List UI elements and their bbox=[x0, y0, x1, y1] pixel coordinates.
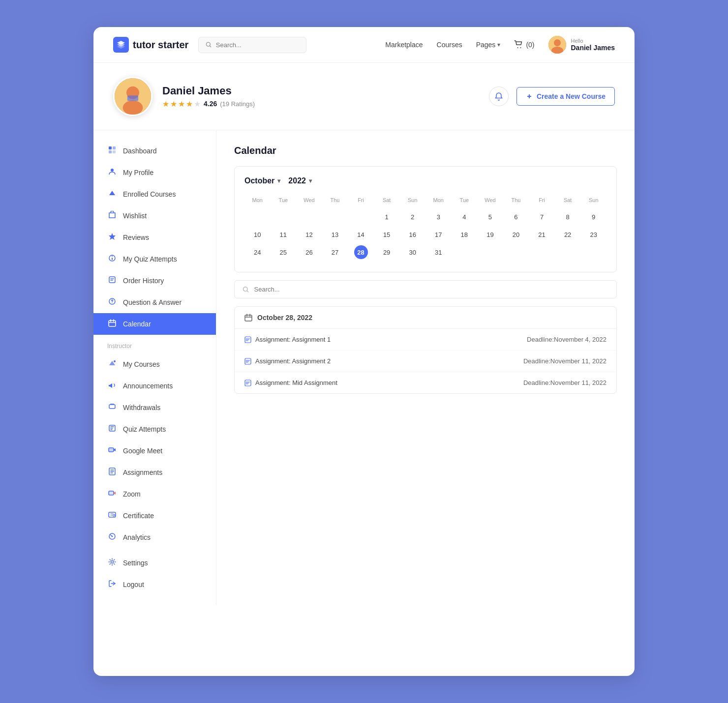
event-deadline-1: Deadline:November 11, 2022 bbox=[523, 357, 607, 365]
sidebar-item-quiz-attempts[interactable]: My Quiz Attempts bbox=[93, 248, 216, 270]
logo[interactable]: tutor starter bbox=[113, 37, 188, 53]
cal-day-4[interactable]: 4 bbox=[457, 210, 471, 224]
sidebar-item-settings[interactable]: Settings bbox=[93, 552, 216, 574]
sidebar-item-assignments[interactable]: Assignments bbox=[93, 462, 216, 483]
cal-day-29[interactable]: 29 bbox=[380, 245, 394, 259]
rating-row: ★ ★ ★ ★ ★ 4.26 (19 Ratings) bbox=[162, 99, 479, 109]
announcements-icon bbox=[107, 381, 117, 391]
cal-day-9[interactable]: 9 bbox=[587, 210, 601, 224]
cal-day-15[interactable]: 15 bbox=[380, 228, 394, 241]
svg-rect-16 bbox=[113, 150, 116, 153]
sidebar-item-announcements[interactable]: Announcements bbox=[93, 375, 216, 397]
day-header-10: Thu bbox=[503, 195, 529, 205]
svg-rect-12 bbox=[529, 94, 530, 98]
sidebar-item-wishlist[interactable]: Wishlist bbox=[93, 205, 216, 227]
calendar-title: Calendar bbox=[234, 145, 617, 156]
sidebar-label-google-meet: Google Meet bbox=[123, 447, 162, 455]
cal-day-21[interactable]: 21 bbox=[535, 228, 549, 241]
sidebar-item-google-meet[interactable]: Google Meet bbox=[93, 440, 216, 462]
search-icon bbox=[206, 41, 212, 48]
certificate-icon bbox=[107, 511, 117, 521]
cal-day-28-today[interactable]: 28 bbox=[354, 245, 368, 259]
content-area: Calendar October ▾ 2022 ▾ Mon Tue bbox=[216, 130, 635, 605]
event-row-1[interactable]: Assignment: Assignment 2 Deadline:Novemb… bbox=[235, 351, 616, 372]
stars: ★ ★ ★ ★ ★ bbox=[162, 99, 201, 109]
search-input[interactable] bbox=[216, 41, 300, 49]
svg-rect-29 bbox=[109, 448, 114, 452]
cal-day-1[interactable]: 1 bbox=[380, 210, 394, 224]
sidebar-item-reviews[interactable]: Reviews bbox=[93, 227, 216, 248]
nav-marketplace[interactable]: Marketplace bbox=[385, 41, 423, 49]
cal-day-8[interactable]: 8 bbox=[561, 210, 575, 224]
notification-bell-button[interactable] bbox=[489, 87, 509, 106]
event-row-0[interactable]: Assignment: Assignment 1 Deadline:Novemb… bbox=[235, 329, 616, 351]
cal-day-6[interactable]: 6 bbox=[509, 210, 523, 224]
cal-day-25[interactable]: 25 bbox=[276, 245, 290, 259]
cal-day-12[interactable]: 12 bbox=[302, 228, 316, 241]
cal-day-19[interactable]: 19 bbox=[483, 228, 497, 241]
svg-rect-21 bbox=[112, 258, 113, 260]
sidebar-label-quiz-attempts: Quiz Attempts bbox=[123, 425, 166, 433]
logo-icon bbox=[113, 37, 129, 53]
create-course-button[interactable]: Create a New Course bbox=[516, 87, 615, 106]
cal-day-10[interactable]: 10 bbox=[250, 228, 264, 241]
cal-day-24[interactable]: 24 bbox=[250, 245, 264, 259]
sidebar-item-dashboard[interactable]: Dashboard bbox=[93, 140, 216, 162]
cal-day-27[interactable]: 27 bbox=[328, 245, 342, 259]
cal-day-7[interactable]: 7 bbox=[535, 210, 549, 224]
event-row-2[interactable]: Assignment: Mid Assignment Deadline:Nove… bbox=[235, 372, 616, 393]
events-search-input[interactable] bbox=[254, 286, 608, 293]
cal-cell-empty bbox=[509, 245, 523, 259]
nav-courses[interactable]: Courses bbox=[437, 41, 462, 49]
month-chevron-icon: ▾ bbox=[277, 177, 280, 184]
sidebar-item-analytics[interactable]: Analytics bbox=[93, 527, 216, 548]
sidebar-item-order-history[interactable]: Order History bbox=[93, 270, 216, 292]
header-search[interactable] bbox=[198, 37, 306, 53]
events-search[interactable] bbox=[234, 280, 617, 298]
cal-day-3[interactable]: 3 bbox=[431, 210, 445, 224]
sidebar-item-profile[interactable]: My Profile bbox=[93, 162, 216, 183]
cal-day-23[interactable]: 23 bbox=[587, 228, 601, 241]
sidebar-item-certificate[interactable]: Certificate bbox=[93, 505, 216, 527]
day-header-1: Tue bbox=[271, 195, 297, 205]
svg-point-38 bbox=[111, 561, 114, 563]
cal-day-22[interactable]: 22 bbox=[561, 228, 575, 241]
cal-cell-empty bbox=[483, 245, 497, 259]
cal-day-26[interactable]: 26 bbox=[302, 245, 316, 259]
cal-cell-empty bbox=[457, 245, 471, 259]
sidebar-item-zoom[interactable]: Zoom bbox=[93, 483, 216, 505]
calendar-day-headers: Mon Tue Wed Thu Fri Sat Sun Mon Tue Wed … bbox=[244, 195, 607, 205]
year-selector[interactable]: 2022 ▾ bbox=[288, 176, 312, 185]
cal-day-13[interactable]: 13 bbox=[328, 228, 342, 241]
profile-avatar bbox=[113, 77, 152, 116]
nav-pages[interactable]: Pages ▾ bbox=[476, 41, 501, 49]
sidebar-item-calendar[interactable]: Calendar bbox=[93, 313, 216, 335]
day-header-13: Sun bbox=[580, 195, 607, 205]
cal-day-14[interactable]: 14 bbox=[354, 228, 368, 241]
cal-day-2[interactable]: 2 bbox=[406, 210, 420, 224]
day-header-11: Fri bbox=[529, 195, 555, 205]
user-menu[interactable]: Hello Daniel James bbox=[548, 36, 615, 54]
star-5: ★ bbox=[194, 99, 201, 109]
cal-day-11[interactable]: 11 bbox=[276, 228, 290, 241]
calendar-row-1: 1 2 3 4 5 6 7 8 9 bbox=[244, 209, 607, 225]
event-label-2: Assignment: Mid Assignment bbox=[244, 379, 337, 386]
sidebar: Dashboard My Profile Enrolled Courses Wi… bbox=[93, 130, 216, 605]
cal-day-5[interactable]: 5 bbox=[483, 210, 497, 224]
sidebar-item-quiz-attempts-instructor[interactable]: Quiz Attempts bbox=[93, 418, 216, 440]
cal-day-30[interactable]: 30 bbox=[406, 245, 420, 259]
events-date: October 28, 2022 bbox=[257, 314, 312, 322]
cal-day-17[interactable]: 17 bbox=[431, 228, 445, 241]
cal-day-18[interactable]: 18 bbox=[457, 228, 471, 241]
sidebar-item-logout[interactable]: Logout bbox=[93, 574, 216, 595]
cal-day-31[interactable]: 31 bbox=[431, 245, 445, 259]
month-selector[interactable]: October ▾ bbox=[244, 176, 280, 185]
sidebar-item-my-courses[interactable]: My Courses bbox=[93, 353, 216, 375]
sidebar-item-qa[interactable]: Question & Answer bbox=[93, 292, 216, 313]
cart-button[interactable]: (0) bbox=[514, 40, 534, 49]
cal-day-20[interactable]: 20 bbox=[509, 228, 523, 241]
cal-day-16[interactable]: 16 bbox=[406, 228, 420, 241]
sidebar-item-withdrawals[interactable]: Withdrawals bbox=[93, 397, 216, 418]
logo-text: tutor starter bbox=[133, 39, 188, 51]
sidebar-item-enrolled[interactable]: Enrolled Courses bbox=[93, 183, 216, 205]
